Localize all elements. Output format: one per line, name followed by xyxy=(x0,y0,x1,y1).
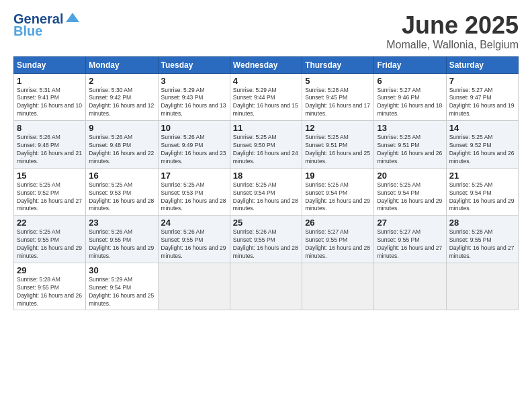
day-info: Sunrise: 5:26 AM Sunset: 9:55 PM Dayligh… xyxy=(161,228,227,261)
day-number: 20 xyxy=(377,171,443,181)
day-number: 6 xyxy=(377,76,443,86)
day-info: Sunrise: 5:28 AM Sunset: 9:55 PM Dayligh… xyxy=(17,276,83,308)
day-info: Sunrise: 5:26 AM Sunset: 9:55 PM Dayligh… xyxy=(89,228,154,261)
day-info: Sunrise: 5:31 AM Sunset: 9:41 PM Dayligh… xyxy=(17,87,83,119)
month-title: June 2025 xyxy=(386,12,519,39)
logo-accent: Blue xyxy=(13,24,42,38)
day-info: Sunrise: 5:25 AM Sunset: 9:54 PM Dayligh… xyxy=(233,181,299,214)
header-monday: Monday xyxy=(86,56,158,73)
logo: General Blue xyxy=(13,12,79,38)
day-info: Sunrise: 5:29 AM Sunset: 9:43 PM Dayligh… xyxy=(161,87,227,119)
day-info: Sunrise: 5:25 AM Sunset: 9:50 PM Dayligh… xyxy=(233,134,299,166)
day-number: 9 xyxy=(89,123,154,133)
table-row xyxy=(446,263,518,310)
day-number: 12 xyxy=(305,123,371,133)
day-number: 28 xyxy=(449,218,515,228)
day-number: 30 xyxy=(89,265,154,275)
day-info: Sunrise: 5:27 AM Sunset: 9:55 PM Dayligh… xyxy=(305,228,371,261)
day-number: 15 xyxy=(17,171,83,181)
day-info: Sunrise: 5:27 AM Sunset: 9:55 PM Dayligh… xyxy=(377,228,443,261)
day-info: Sunrise: 5:26 AM Sunset: 9:49 PM Dayligh… xyxy=(161,134,227,166)
header-wednesday: Wednesday xyxy=(230,56,302,73)
day-number: 10 xyxy=(161,123,227,133)
day-info: Sunrise: 5:26 AM Sunset: 9:48 PM Dayligh… xyxy=(89,134,154,166)
day-info: Sunrise: 5:25 AM Sunset: 9:53 PM Dayligh… xyxy=(161,181,227,214)
day-number: 18 xyxy=(233,171,299,181)
table-row: 26 Sunrise: 5:27 AM Sunset: 9:55 PM Dayl… xyxy=(302,216,374,263)
table-row: 24 Sunrise: 5:26 AM Sunset: 9:55 PM Dayl… xyxy=(158,216,230,263)
table-row xyxy=(158,263,230,310)
day-number: 3 xyxy=(161,76,227,86)
table-row: 5 Sunrise: 5:28 AM Sunset: 9:45 PM Dayli… xyxy=(302,73,374,121)
day-number: 13 xyxy=(377,123,443,133)
table-row: 21 Sunrise: 5:25 AM Sunset: 9:54 PM Dayl… xyxy=(446,168,518,216)
day-number: 5 xyxy=(305,76,371,86)
day-number: 11 xyxy=(233,123,299,133)
day-info: Sunrise: 5:25 AM Sunset: 9:54 PM Dayligh… xyxy=(449,181,515,214)
day-info: Sunrise: 5:28 AM Sunset: 9:45 PM Dayligh… xyxy=(305,87,371,119)
day-info: Sunrise: 5:25 AM Sunset: 9:54 PM Dayligh… xyxy=(305,181,371,214)
table-row: 17 Sunrise: 5:25 AM Sunset: 9:53 PM Dayl… xyxy=(158,168,230,216)
day-number: 22 xyxy=(17,218,83,228)
table-row: 13 Sunrise: 5:25 AM Sunset: 9:51 PM Dayl… xyxy=(374,121,446,169)
day-number: 7 xyxy=(449,76,515,86)
day-info: Sunrise: 5:25 AM Sunset: 9:51 PM Dayligh… xyxy=(305,134,371,166)
table-row: 25 Sunrise: 5:26 AM Sunset: 9:55 PM Dayl… xyxy=(230,216,302,263)
calendar-table: Sunday Monday Tuesday Wednesday Thursday… xyxy=(13,56,519,311)
table-row: 16 Sunrise: 5:25 AM Sunset: 9:53 PM Dayl… xyxy=(86,168,158,216)
title-area: June 2025 Momalle, Wallonia, Belgium xyxy=(386,12,519,51)
day-number: 27 xyxy=(377,218,443,228)
table-row: 19 Sunrise: 5:25 AM Sunset: 9:54 PM Dayl… xyxy=(302,168,374,216)
table-row xyxy=(230,263,302,310)
day-number: 26 xyxy=(305,218,371,228)
day-number: 8 xyxy=(17,123,83,133)
day-number: 19 xyxy=(305,171,371,181)
day-info: Sunrise: 5:25 AM Sunset: 9:53 PM Dayligh… xyxy=(89,181,154,214)
table-row: 8 Sunrise: 5:26 AM Sunset: 9:48 PM Dayli… xyxy=(14,121,86,169)
header-thursday: Thursday xyxy=(302,56,374,73)
table-row: 10 Sunrise: 5:26 AM Sunset: 9:49 PM Dayl… xyxy=(158,121,230,169)
table-row: 1 Sunrise: 5:31 AM Sunset: 9:41 PM Dayli… xyxy=(14,73,86,121)
day-number: 2 xyxy=(89,76,154,86)
table-row: 23 Sunrise: 5:26 AM Sunset: 9:55 PM Dayl… xyxy=(86,216,158,263)
table-row: 22 Sunrise: 5:25 AM Sunset: 9:55 PM Dayl… xyxy=(14,216,86,263)
table-row: 9 Sunrise: 5:26 AM Sunset: 9:48 PM Dayli… xyxy=(86,121,158,169)
day-number: 23 xyxy=(89,218,154,228)
header-sunday: Sunday xyxy=(14,56,86,73)
table-row: 28 Sunrise: 5:28 AM Sunset: 9:55 PM Dayl… xyxy=(446,216,518,263)
day-info: Sunrise: 5:26 AM Sunset: 9:48 PM Dayligh… xyxy=(17,134,83,166)
table-row: 12 Sunrise: 5:25 AM Sunset: 9:51 PM Dayl… xyxy=(302,121,374,169)
day-number: 29 xyxy=(17,265,83,275)
day-number: 21 xyxy=(449,171,515,181)
day-info: Sunrise: 5:27 AM Sunset: 9:47 PM Dayligh… xyxy=(449,87,515,119)
day-number: 14 xyxy=(449,123,515,133)
location-subtitle: Momalle, Wallonia, Belgium xyxy=(386,39,519,51)
day-info: Sunrise: 5:29 AM Sunset: 9:54 PM Dayligh… xyxy=(89,276,154,308)
day-info: Sunrise: 5:29 AM Sunset: 9:44 PM Dayligh… xyxy=(233,87,299,119)
day-info: Sunrise: 5:25 AM Sunset: 9:51 PM Dayligh… xyxy=(377,134,443,166)
table-row: 29 Sunrise: 5:28 AM Sunset: 9:55 PM Dayl… xyxy=(14,263,86,310)
table-row: 3 Sunrise: 5:29 AM Sunset: 9:43 PM Dayli… xyxy=(158,73,230,121)
day-info: Sunrise: 5:30 AM Sunset: 9:42 PM Dayligh… xyxy=(89,87,154,119)
table-row: 30 Sunrise: 5:29 AM Sunset: 9:54 PM Dayl… xyxy=(86,263,158,310)
day-info: Sunrise: 5:25 AM Sunset: 9:52 PM Dayligh… xyxy=(17,181,83,214)
day-info: Sunrise: 5:28 AM Sunset: 9:55 PM Dayligh… xyxy=(449,228,515,261)
header-saturday: Saturday xyxy=(446,56,518,73)
header-friday: Friday xyxy=(374,56,446,73)
table-row: 7 Sunrise: 5:27 AM Sunset: 9:47 PM Dayli… xyxy=(446,73,518,121)
table-row: 27 Sunrise: 5:27 AM Sunset: 9:55 PM Dayl… xyxy=(374,216,446,263)
day-info: Sunrise: 5:25 AM Sunset: 9:54 PM Dayligh… xyxy=(377,181,443,214)
day-number: 24 xyxy=(161,218,227,228)
day-info: Sunrise: 5:25 AM Sunset: 9:52 PM Dayligh… xyxy=(449,134,515,166)
table-row: 18 Sunrise: 5:25 AM Sunset: 9:54 PM Dayl… xyxy=(230,168,302,216)
day-number: 25 xyxy=(233,218,299,228)
table-row: 6 Sunrise: 5:27 AM Sunset: 9:46 PM Dayli… xyxy=(374,73,446,121)
header-tuesday: Tuesday xyxy=(158,56,230,73)
table-row: 2 Sunrise: 5:30 AM Sunset: 9:42 PM Dayli… xyxy=(86,73,158,121)
day-number: 1 xyxy=(17,76,83,86)
day-info: Sunrise: 5:25 AM Sunset: 9:55 PM Dayligh… xyxy=(17,228,83,261)
table-row xyxy=(302,263,374,310)
table-row: 14 Sunrise: 5:25 AM Sunset: 9:52 PM Dayl… xyxy=(446,121,518,169)
day-info: Sunrise: 5:27 AM Sunset: 9:46 PM Dayligh… xyxy=(377,87,443,119)
day-number: 16 xyxy=(89,171,154,181)
